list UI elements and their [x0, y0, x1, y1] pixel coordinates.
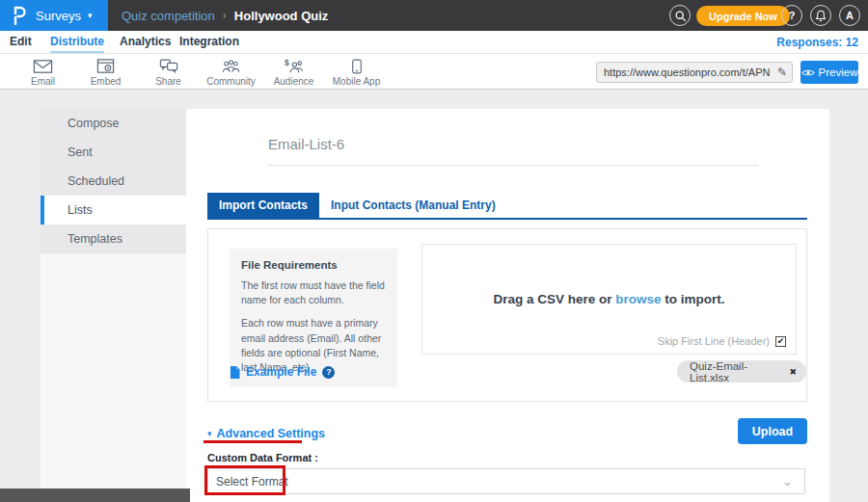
caret-down-icon: ▾: [207, 429, 212, 438]
surveys-menu[interactable]: Surveys ▾: [0, 0, 108, 31]
search-icon: [674, 10, 687, 22]
import-panel: File Requirements The first row must hav…: [207, 228, 807, 402]
browse-link[interactable]: browse: [615, 292, 661, 306]
breadcrumb-folder[interactable]: Quiz competition: [122, 9, 215, 23]
dropzone-text: Drag a CSV here or browse to import.: [422, 292, 796, 306]
sidebar-item-compose[interactable]: Compose: [41, 109, 186, 138]
dropzone-text-after: to import.: [662, 292, 725, 306]
notifications-button[interactable]: [810, 5, 831, 26]
account-avatar[interactable]: A: [839, 5, 860, 26]
channel-label: Share: [155, 76, 181, 87]
eye-icon: [801, 68, 815, 77]
product-label: Surveys: [36, 9, 81, 23]
file-requirements-title: File Requirements: [241, 259, 386, 271]
channel-community[interactable]: Community: [200, 58, 262, 87]
survey-url-field: ✎: [596, 62, 793, 83]
annotation-red-underline: [203, 440, 302, 443]
file-requirements-text: The first row must have the field name f…: [241, 278, 386, 307]
csv-dropzone[interactable]: Drag a CSV here or browse to import. Ski…: [421, 244, 797, 355]
chevron-down-icon: ⌄: [782, 477, 804, 487]
channel-email[interactable]: Email: [12, 58, 74, 87]
custom-format-select[interactable]: Select Format ⌄: [207, 468, 805, 494]
search-button[interactable]: [669, 5, 691, 26]
skip-first-line-label: Skip First Line (Header): [658, 335, 770, 347]
chevron-down-icon: ▾: [88, 11, 93, 20]
breadcrumb-separator-icon: ›: [223, 9, 227, 22]
uploaded-file-chip: Quiz-Email-List.xlsx ✖: [677, 360, 806, 383]
sidebar-item-scheduled[interactable]: Scheduled: [41, 167, 186, 196]
channel-audience[interactable]: $ Audience: [262, 58, 325, 87]
channel-label: Email: [31, 76, 55, 87]
channel-embed[interactable]: Embed: [74, 58, 137, 87]
mobile-app-icon: [351, 58, 363, 75]
tab-input-contacts-manual[interactable]: Input Contacts (Manual Entry): [319, 193, 507, 218]
survey-nav: Edit Distribute Analytics Integration Re…: [0, 31, 868, 54]
preview-button[interactable]: Preview: [800, 61, 858, 84]
question-mark-icon: ?: [789, 10, 796, 21]
breadcrumb: Quiz competition › Hollywood Quiz: [122, 0, 328, 31]
channel-label: Audience: [274, 76, 314, 87]
upgrade-now-button[interactable]: Upgrade Now: [696, 6, 790, 26]
bell-icon: [815, 10, 827, 22]
skip-first-line-checkbox[interactable]: ✔: [775, 336, 786, 347]
edit-url-pencil-icon[interactable]: ✎: [773, 66, 792, 79]
help-button[interactable]: ?: [781, 5, 802, 26]
dropzone-text-before: Drag a CSV here or: [493, 292, 615, 306]
list-name-field: [268, 136, 758, 166]
tab-analytics[interactable]: Analytics: [120, 35, 171, 48]
example-file-row: Example File ?: [230, 365, 335, 379]
svg-text:$: $: [285, 58, 289, 67]
page-body: Compose Sent Scheduled Lists Templates I…: [0, 90, 868, 502]
example-file-link[interactable]: Example File: [246, 365, 316, 379]
list-name-input[interactable]: [268, 136, 758, 165]
bottom-bar: [0, 489, 190, 502]
sidebar-item-sent[interactable]: Sent: [41, 138, 186, 167]
tab-edit[interactable]: Edit: [10, 35, 32, 48]
remove-file-icon[interactable]: ✖: [789, 367, 797, 377]
channel-label: Embed: [91, 76, 122, 87]
questionpro-logo-icon: [12, 6, 27, 25]
survey-url-input[interactable]: [597, 66, 773, 78]
questionpro-app: Surveys ▾ Quiz competition › Hollywood Q…: [0, 0, 868, 502]
audience-icon: $: [284, 58, 304, 75]
email-icon: [33, 58, 53, 75]
community-icon: [221, 58, 241, 75]
uploaded-file-name: Quiz-Email-List.xlsx: [690, 360, 780, 383]
avatar-initial: A: [846, 10, 854, 21]
channel-mobile-app[interactable]: Mobile App: [325, 58, 388, 87]
preview-label: Preview: [819, 66, 858, 78]
advanced-settings-label: Advanced Settings: [217, 427, 326, 440]
channel-toolbar: Email Embed Share: [0, 55, 868, 90]
annotation-red-box: [204, 465, 285, 495]
lists-card: Compose Sent Scheduled Lists Templates I…: [41, 109, 829, 502]
file-icon: [230, 366, 240, 379]
help-icon[interactable]: ?: [322, 366, 335, 379]
advanced-settings-toggle[interactable]: ▾ Advanced Settings: [207, 427, 325, 440]
tab-integration[interactable]: Integration: [179, 35, 239, 48]
sidebar-item-lists[interactable]: Lists: [41, 196, 186, 225]
contacts-tabs: Import Contacts Input Contacts (Manual E…: [207, 193, 807, 220]
email-sidebar: Compose Sent Scheduled Lists Templates: [41, 109, 186, 502]
sidebar-item-templates[interactable]: Templates: [41, 225, 186, 253]
skip-first-line-row: Skip First Line (Header) ✔: [658, 335, 786, 347]
select-format-value: Select Format: [208, 475, 782, 489]
tab-import-contacts[interactable]: Import Contacts: [207, 193, 319, 218]
breadcrumb-survey-name: Hollywood Quiz: [234, 9, 329, 23]
channel-share[interactable]: Share: [137, 58, 200, 87]
top-header: Surveys ▾ Quiz competition › Hollywood Q…: [0, 0, 868, 31]
channel-label: Mobile App: [333, 76, 380, 87]
channel-list: Email Embed Share: [12, 58, 388, 87]
responses-count[interactable]: Responses: 12: [776, 36, 858, 49]
share-icon: [159, 58, 178, 75]
upload-button[interactable]: Upload: [738, 418, 807, 444]
custom-data-format-label: Custom Data Format :: [207, 452, 318, 463]
embed-icon: [96, 58, 115, 75]
tab-distribute[interactable]: Distribute: [50, 35, 104, 53]
channel-label: Community: [206, 76, 256, 87]
